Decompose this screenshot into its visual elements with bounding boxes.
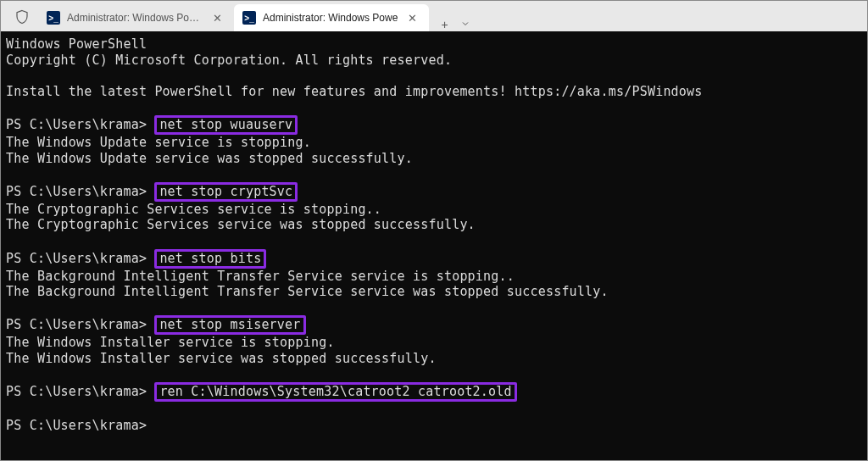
close-icon[interactable]: ✕ — [209, 10, 225, 26]
terminal-output[interactable]: Windows PowerShell Copyright (C) Microso… — [1, 31, 867, 461]
highlighted-command: net stop cryptSvc — [154, 182, 298, 202]
tab-actions: + — [429, 18, 481, 31]
tab-title: Administrator: Windows Power — [67, 12, 203, 24]
tab-active[interactable]: >_ Administrator: Windows Powe ✕ — [234, 4, 429, 31]
highlighted-command: net stop bits — [154, 249, 266, 269]
close-icon[interactable]: ✕ — [404, 10, 420, 26]
tab-inactive[interactable]: >_ Administrator: Windows Power ✕ — [38, 4, 234, 31]
highlighted-command: ren C:\Windows\System32\catroot2 catroot… — [154, 382, 516, 402]
powershell-icon: >_ — [242, 11, 256, 25]
powershell-icon: >_ — [47, 11, 60, 25]
tab-menu-chevron-icon[interactable] — [460, 18, 470, 31]
highlighted-command: net stop msiserver — [154, 315, 305, 335]
shield-icon — [8, 3, 36, 31]
tab-title: Administrator: Windows Powe — [263, 12, 398, 24]
new-tab-button[interactable]: + — [441, 18, 448, 31]
tab-bar: >_ Administrator: Windows Power ✕ >_ Adm… — [1, 1, 867, 31]
highlighted-command: net stop wuauserv — [154, 115, 298, 135]
